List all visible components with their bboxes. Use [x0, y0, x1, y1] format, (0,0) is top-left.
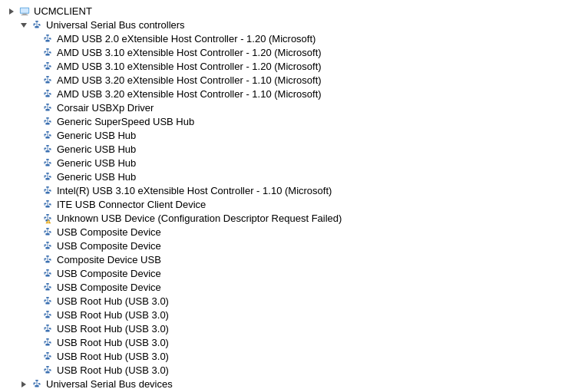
tree-item-universal-serial-bus-controllers[interactable]: Universal Serial Bus controllers — [3, 18, 585, 32]
svg-rect-158 — [45, 316, 49, 318]
tree-item-generic-usb-hub-3[interactable]: Generic USB Hub — [3, 157, 585, 170]
tree-item-usb-root-hub-3[interactable]: USB Root Hub (USB 3.0) — [3, 322, 585, 336]
svg-rect-3 — [22, 14, 26, 15]
svg-rect-169 — [51, 328, 51, 330]
warning-icon — [41, 213, 54, 225]
svg-rect-46 — [45, 93, 45, 95]
tree-item-usb-root-hub-1[interactable]: USB Root Hub (USB 3.0) — [3, 295, 585, 308]
svg-rect-126 — [45, 245, 45, 247]
svg-marker-5 — [21, 23, 27, 28]
usb-icon — [41, 323, 54, 335]
svg-rect-6 — [35, 21, 38, 22]
item-label: Generic USB Hub — [57, 157, 136, 170]
svg-rect-48 — [46, 104, 49, 105]
svg-rect-121 — [46, 242, 49, 243]
tree-item-unknown-usb-device[interactable]: Unknown USB Device (Configuration Descri… — [3, 212, 585, 226]
usb-icon — [41, 88, 54, 101]
usb-icon — [41, 130, 54, 142]
tree-item-amd-usb320-1[interactable]: AMD USB 3.20 eXtensible Host Controller … — [3, 74, 585, 87]
tree-item-amd-usb2[interactable]: AMD USB 2.0 eXtensible Host Controller -… — [3, 32, 585, 46]
expand-icon[interactable] — [18, 379, 29, 389]
svg-rect-182 — [45, 355, 45, 358]
item-label: USB Root Hub (USB 3.0) — [57, 308, 169, 322]
svg-rect-12 — [40, 25, 41, 26]
svg-rect-116 — [45, 233, 49, 236]
svg-rect-144 — [45, 288, 49, 291]
tree-item-corsair-usbxp[interactable]: Corsair USBXp Driver — [3, 101, 585, 115]
tree-item-usb-root-hub-5[interactable]: USB Root Hub (USB 3.0) — [3, 350, 585, 364]
svg-rect-127 — [51, 246, 51, 247]
svg-rect-156 — [46, 311, 49, 312]
tree-item-amd-usb310-1[interactable]: AMD USB 3.10 eXtensible Host Controller … — [3, 46, 585, 60]
tree-item-usb-root-hub-6[interactable]: USB Root Hub (USB 3.0) — [3, 364, 585, 377]
item-label: USB Root Hub (USB 3.0) — [57, 350, 169, 364]
tree-item-ucmclient[interactable]: UCMCLIENT — [3, 5, 585, 18]
svg-rect-184 — [46, 366, 49, 368]
tree-item-usb-composite-5[interactable]: USB Composite Device — [3, 281, 585, 295]
svg-rect-170 — [46, 338, 49, 340]
svg-rect-15 — [45, 40, 49, 42]
svg-rect-177 — [46, 352, 49, 354]
usb-icon — [41, 268, 54, 280]
device-manager-tree: UCMCLIENT Universal Serial Bus controlle… — [0, 0, 588, 389]
svg-rect-11 — [34, 24, 35, 26]
usb-icon — [41, 61, 54, 73]
computer-icon — [18, 5, 31, 18]
svg-rect-109 — [45, 217, 45, 219]
tree-item-usb-composite-1[interactable]: USB Composite Device — [3, 226, 585, 239]
svg-rect-2 — [21, 8, 29, 13]
item-label: Generic SuperSpeed USB Hub — [57, 115, 194, 129]
svg-rect-13 — [46, 35, 49, 36]
usb-icon — [41, 102, 54, 114]
tree-item-usb-composite-4[interactable]: USB Composite Device — [3, 267, 585, 281]
svg-rect-57 — [45, 123, 49, 125]
svg-rect-120 — [51, 232, 51, 233]
svg-rect-81 — [45, 162, 45, 164]
tree-item-generic-usb-hub-2[interactable]: Generic USB Hub — [3, 143, 585, 157]
tree-item-ite-usb-connector[interactable]: ITE USB Connector Client Device — [3, 198, 585, 212]
tree-item-generic-usb-hub-1[interactable]: Generic USB Hub — [3, 129, 585, 143]
svg-rect-134 — [51, 259, 51, 261]
svg-rect-67 — [45, 134, 45, 137]
tree-item-universal-serial-bus-devices[interactable]: Universal Serial Bus devices — [3, 377, 585, 389]
svg-rect-61 — [51, 121, 51, 123]
tree-item-usb-composite-3[interactable]: Composite Device USB — [3, 253, 585, 267]
item-label: Universal Serial Bus controllers — [46, 18, 185, 32]
svg-rect-112 — [48, 221, 48, 223]
item-label: AMD USB 3.10 eXtensible Host Controller … — [57, 46, 322, 60]
tree-item-usb-composite-2[interactable]: USB Composite Device — [3, 239, 585, 253]
usb-icon — [41, 185, 54, 197]
tree-item-generic-usb-hub-4[interactable]: Generic USB Hub — [3, 170, 585, 184]
item-label: Universal Serial Bus devices — [46, 377, 173, 389]
usb-icon — [41, 47, 54, 59]
svg-rect-176 — [51, 342, 51, 344]
tree-item-intel-usb310[interactable]: Intel(R) USB 3.10 eXtensible Host Contro… — [3, 184, 585, 198]
svg-rect-47 — [51, 94, 51, 95]
tree-item-usb-root-hub-4[interactable]: USB Root Hub (USB 3.0) — [3, 336, 585, 350]
item-label: USB Root Hub (USB 3.0) — [57, 295, 169, 308]
svg-rect-41 — [46, 90, 49, 91]
svg-rect-32 — [45, 65, 45, 68]
usb-icon — [41, 337, 54, 349]
usb-icon — [41, 282, 54, 294]
svg-rect-147 — [45, 286, 45, 288]
usb-icon — [41, 199, 54, 211]
item-label: AMD USB 2.0 eXtensible Host Controller -… — [57, 32, 315, 46]
item-label: Generic USB Hub — [57, 129, 136, 143]
tree-item-amd-usb310-2[interactable]: AMD USB 3.10 eXtensible Host Controller … — [3, 60, 585, 74]
expand-icon[interactable] — [6, 6, 17, 17]
item-label: USB Composite Device — [57, 267, 161, 281]
svg-rect-128 — [46, 255, 49, 257]
svg-rect-161 — [45, 314, 45, 316]
svg-rect-69 — [46, 145, 49, 147]
usb-icon — [41, 116, 54, 128]
svg-rect-113 — [48, 223, 48, 223]
tree-item-generic-superspeed-hub[interactable]: Generic SuperSpeed USB Hub — [3, 115, 585, 129]
svg-rect-197 — [34, 383, 35, 385]
expand-icon[interactable] — [18, 20, 29, 31]
svg-rect-55 — [46, 117, 49, 119]
svg-rect-175 — [45, 341, 45, 344]
tree-item-amd-usb320-2[interactable]: AMD USB 3.20 eXtensible Host Controller … — [3, 87, 585, 101]
tree-item-usb-root-hub-2[interactable]: USB Root Hub (USB 3.0) — [3, 308, 585, 322]
svg-marker-0 — [9, 8, 14, 15]
